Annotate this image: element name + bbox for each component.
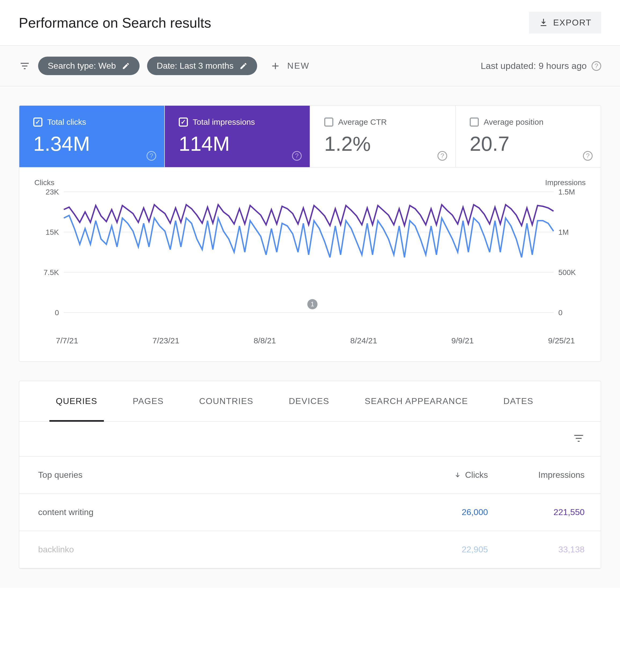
svg-text:1M: 1M: [558, 228, 569, 236]
metric-tiles: Total clicks 1.34M ? Total impressions 1…: [19, 106, 601, 168]
svg-text:1.5M: 1.5M: [558, 189, 575, 196]
plus-icon: [270, 61, 281, 71]
chip-date-label: Date: Last 3 months: [157, 61, 234, 71]
dimensions-card: QUERIESPAGESCOUNTRIESDEVICESSEARCH APPEA…: [19, 381, 601, 569]
export-button[interactable]: EXPORT: [529, 12, 601, 34]
chart-x-labels: 7/7/217/23/218/8/218/24/219/9/219/25/21: [34, 329, 586, 345]
svg-text:500K: 500K: [558, 268, 576, 277]
metric-value: 1.34M: [33, 132, 150, 155]
table-header-queries[interactable]: Top queries: [38, 470, 391, 480]
tab-queries[interactable]: QUERIES: [52, 381, 102, 421]
chart-x-tick: 9/9/21: [452, 336, 474, 345]
table-header-row: Top queries Clicks Impressions: [19, 457, 601, 494]
chip-date[interactable]: Date: Last 3 months: [147, 57, 257, 75]
chart-right-axis-title: Impressions: [545, 178, 586, 187]
table-row[interactable]: backlinko22,90533,138: [19, 531, 601, 568]
cell-query: backlinko: [38, 545, 391, 555]
last-updated-text: Last updated: 9 hours ago: [481, 61, 587, 71]
pencil-icon: [240, 62, 248, 70]
metric-label: Total impressions: [193, 117, 255, 127]
cell-impressions: 221,550: [488, 507, 584, 517]
table-row[interactable]: content writing26,000221,550: [19, 494, 601, 531]
chart-x-tick: 7/7/21: [56, 336, 78, 345]
table-header-impressions[interactable]: Impressions: [488, 470, 584, 480]
add-filter-label: NEW: [287, 61, 310, 71]
table-filter-icon[interactable]: [573, 433, 584, 445]
svg-text:15K: 15K: [46, 228, 59, 236]
chart-footnote-badge[interactable]: 1: [307, 299, 317, 309]
chart-x-tick: 9/25/21: [548, 336, 575, 345]
help-icon[interactable]: ?: [147, 151, 156, 161]
checkbox-icon: [324, 117, 333, 127]
metric-label: Average CTR: [338, 117, 387, 127]
metric-value: 114M: [179, 132, 296, 155]
svg-text:23K: 23K: [46, 189, 59, 196]
add-filter-button[interactable]: NEW: [265, 61, 310, 71]
svg-text:0: 0: [558, 309, 563, 317]
pencil-icon: [122, 62, 130, 70]
table-header-clicks[interactable]: Clicks: [391, 470, 488, 480]
chart-x-tick: 8/24/21: [350, 336, 377, 345]
filter-bar: Search type: Web Date: Last 3 months NEW…: [0, 46, 620, 87]
page-title: Performance on Search results: [19, 15, 211, 31]
help-icon[interactable]: ?: [292, 151, 302, 161]
cell-clicks: 26,000: [391, 507, 488, 517]
svg-text:7.5K: 7.5K: [44, 268, 59, 277]
tab-pages[interactable]: PAGES: [128, 381, 168, 421]
last-updated: Last updated: 9 hours ago ?: [481, 61, 601, 71]
chart-left-axis-title: Clicks: [34, 178, 54, 187]
checkbox-icon: [179, 117, 188, 127]
checkbox-icon: [33, 117, 42, 127]
metric-label: Average position: [484, 117, 544, 127]
metric-tile-impressions[interactable]: Total impressions 114M ?: [165, 106, 310, 167]
help-icon[interactable]: ?: [583, 151, 592, 161]
chip-search-type[interactable]: Search type: Web: [38, 57, 140, 75]
table-toolbar: [19, 422, 601, 457]
tab-search-appearance[interactable]: SEARCH APPEARANCE: [360, 381, 472, 421]
chart-container: Clicks Impressions 23K1.5M15K1M7.5K500K0…: [19, 168, 601, 361]
tab-dates[interactable]: DATES: [499, 381, 538, 421]
tab-devices[interactable]: DEVICES: [285, 381, 333, 421]
content-area: Total clicks 1.34M ? Total impressions 1…: [0, 87, 620, 588]
table-body: content writing26,000221,550backlinko22,…: [19, 494, 601, 568]
metric-tile-ctr[interactable]: Average CTR 1.2% ?: [310, 106, 456, 167]
tabs: QUERIESPAGESCOUNTRIESDEVICESSEARCH APPEA…: [19, 381, 601, 422]
metric-label: Total clicks: [47, 117, 86, 127]
checkbox-icon: [470, 117, 479, 127]
cell-impressions: 33,138: [488, 545, 584, 555]
chart-x-tick: 7/23/21: [152, 336, 179, 345]
page-header: Performance on Search results EXPORT: [0, 0, 620, 46]
download-icon: [539, 18, 548, 27]
metric-tile-position[interactable]: Average position 20.7 ?: [456, 106, 601, 167]
metric-tile-clicks[interactable]: Total clicks 1.34M ?: [19, 106, 165, 167]
export-label: EXPORT: [553, 18, 591, 27]
svg-text:0: 0: [55, 309, 59, 317]
cell-query: content writing: [38, 507, 391, 517]
chart-x-tick: 8/8/21: [254, 336, 276, 345]
performance-card: Total clicks 1.34M ? Total impressions 1…: [19, 105, 601, 362]
tab-countries[interactable]: COUNTRIES: [195, 381, 258, 421]
chip-search-type-label: Search type: Web: [48, 61, 116, 71]
cell-clicks: 22,905: [391, 545, 488, 555]
metric-value: 1.2%: [324, 132, 441, 155]
filter-icon[interactable]: [19, 60, 31, 72]
arrow-down-icon: [454, 471, 461, 479]
metric-value: 20.7: [470, 132, 587, 155]
help-icon[interactable]: ?: [437, 151, 447, 161]
help-icon[interactable]: ?: [591, 61, 601, 71]
